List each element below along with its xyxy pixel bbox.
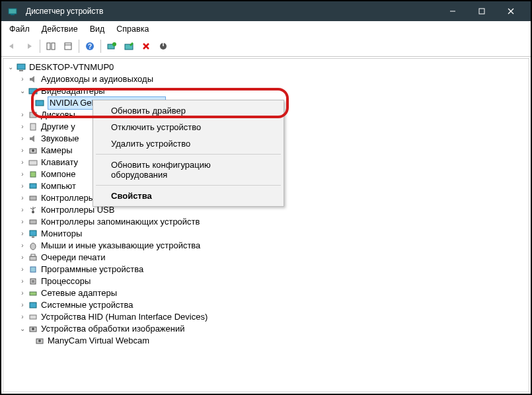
expand-icon[interactable]: › [18, 121, 27, 133]
update-driver-button[interactable] [104, 39, 120, 54]
cpu-icon [27, 276, 39, 287]
expand-icon[interactable]: › [18, 216, 27, 228]
minimize-button[interactable] [438, 1, 467, 21]
expand-icon[interactable]: › [18, 73, 27, 85]
svg-rect-44 [30, 303, 36, 308]
tree-item-software[interactable]: ›Программные устройства [3, 264, 529, 275]
tree-item-system[interactable]: ›Системные устройства [3, 299, 529, 311]
collapse-icon[interactable]: ⌄ [18, 85, 27, 97]
printer-icon [27, 252, 39, 263]
svg-rect-39 [31, 254, 35, 256]
ctx-disable-device[interactable]: Отключить устройство [95, 119, 282, 135]
svg-text:?: ? [88, 43, 92, 50]
expand-icon[interactable]: › [18, 204, 27, 216]
svg-rect-27 [30, 172, 36, 177]
window-title: Диспетчер устройств [26, 7, 103, 16]
tree-item-cpu[interactable]: ›Процессоры [3, 275, 529, 287]
svg-rect-35 [30, 231, 36, 236]
help-button[interactable]: ? [82, 39, 98, 54]
tree-item-print[interactable]: ›Очереди печати [3, 252, 529, 264]
expand-icon[interactable]: › [18, 133, 27, 145]
svg-line-33 [30, 208, 33, 209]
expand-icon[interactable]: › [18, 252, 27, 264]
menu-separator [96, 154, 281, 155]
component-icon [27, 169, 39, 180]
device-manager-window: Диспетчер устройств Файл Действие Вид Сп… [0, 0, 532, 395]
expand-icon[interactable]: › [18, 299, 27, 311]
svg-rect-42 [32, 280, 34, 283]
expand-icon[interactable]: › [18, 109, 27, 121]
svg-point-37 [30, 243, 36, 250]
svg-rect-29 [30, 196, 36, 200]
expand-icon[interactable]: › [18, 192, 27, 204]
expand-icon[interactable]: › [18, 180, 27, 192]
menu-file[interactable]: Файл [4, 22, 35, 36]
expand-icon[interactable]: › [18, 287, 27, 299]
keyboard-icon [27, 157, 39, 168]
system-icon [27, 300, 39, 310]
back-button[interactable] [4, 39, 20, 54]
speaker-icon [27, 74, 39, 85]
svg-rect-36 [32, 236, 34, 238]
svg-rect-0 [9, 9, 17, 14]
close-button[interactable] [496, 1, 525, 21]
tree-item-mice[interactable]: ›Мыши и иные указывающие устройства [3, 240, 529, 252]
expand-icon[interactable]: › [18, 275, 27, 287]
hid-icon [27, 312, 39, 322]
speaker-icon [27, 133, 39, 144]
scan-hardware-button[interactable] [121, 39, 137, 54]
svg-point-49 [38, 340, 41, 342]
ctx-scan-hardware[interactable]: Обновить конфигурацию оборудования [95, 157, 282, 183]
tree-item-net[interactable]: ›Сетевые адаптеры [3, 287, 529, 299]
svg-rect-1 [11, 14, 15, 15]
uninstall-button[interactable] [138, 39, 154, 54]
tree-item-storage[interactable]: ›Контроллеры запоминающих устройств [3, 216, 529, 228]
properties-button[interactable] [60, 39, 76, 54]
context-menu: Обновить драйвер Отключить устройство Уд… [93, 100, 284, 207]
computer-icon [27, 181, 39, 192]
ctx-properties[interactable]: Свойства [95, 188, 282, 204]
ctx-update-driver[interactable]: Обновить драйвер [95, 102, 282, 119]
expand-icon[interactable]: › [18, 157, 27, 168]
svg-point-47 [32, 328, 34, 330]
expand-icon[interactable]: › [18, 264, 27, 275]
menubar: Файл Действие Вид Справка [1, 21, 531, 37]
menu-help[interactable]: Справка [111, 22, 154, 36]
tree-item-webcam[interactable]: ManyCam Virtual Webcam [3, 335, 529, 347]
svg-rect-19 [19, 70, 23, 71]
show-hide-tree-button[interactable] [43, 39, 59, 54]
network-icon [27, 288, 39, 299]
root-label: DESKTOP-VTNMUP0 [29, 61, 114, 73]
expand-icon[interactable]: › [18, 145, 27, 157]
expand-icon[interactable]: › [18, 228, 27, 240]
tree-root[interactable]: ⌄ DESKTOP-VTNMUP0 [3, 61, 529, 73]
ctx-uninstall-device[interactable]: Удалить устройство [95, 135, 282, 152]
collapse-icon[interactable]: ⌄ [6, 61, 15, 73]
disable-button[interactable] [155, 39, 171, 54]
tree-item-monitors[interactable]: ›Мониторы [3, 228, 529, 240]
svg-rect-6 [47, 43, 50, 50]
expand-icon[interactable]: › [18, 240, 27, 252]
menu-view[interactable]: Вид [85, 22, 110, 36]
expand-icon[interactable]: › [18, 168, 27, 180]
svg-rect-20 [29, 89, 37, 94]
tree-item-hid[interactable]: ›Устройства HID (Human Interface Devices… [3, 311, 529, 323]
tree-item-imaging[interactable]: ⌄Устройства обработки изображений [3, 323, 529, 335]
tree-item-video[interactable]: ⌄Видеоадаптеры [3, 85, 529, 97]
tree-item-audio[interactable]: ›Аудиовходы и аудиовыходы [3, 73, 529, 85]
menu-separator [96, 185, 281, 186]
expand-icon[interactable]: › [18, 311, 27, 323]
disk-icon [27, 110, 39, 120]
maximize-button[interactable] [467, 1, 496, 21]
device-tree[interactable]: ⌄ DESKTOP-VTNMUP0 ›Аудиовходы и аудиовых… [3, 58, 529, 392]
computer-icon [15, 62, 27, 73]
collapse-icon[interactable]: ⌄ [18, 323, 27, 335]
controller-icon [27, 193, 39, 203]
toolbar: ? [1, 37, 531, 57]
titlebar[interactable]: Диспетчер устройств [1, 1, 531, 21]
svg-point-13 [112, 42, 116, 46]
forward-button[interactable] [21, 39, 37, 54]
app-icon [7, 6, 19, 17]
menu-action[interactable]: Действие [36, 22, 83, 36]
display-adapter-icon [27, 86, 39, 96]
